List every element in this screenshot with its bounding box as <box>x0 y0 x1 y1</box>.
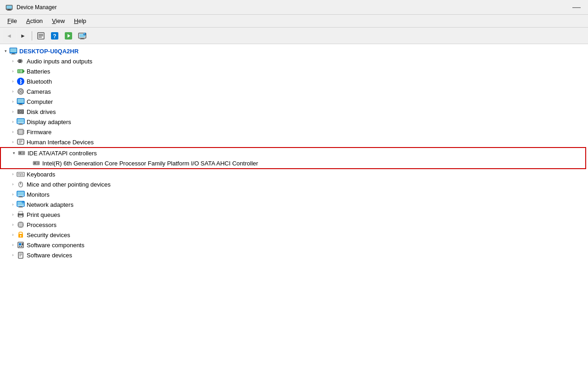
mice-label: Mice and other pointing devices <box>27 181 111 188</box>
menu-action[interactable]: Action <box>23 16 46 26</box>
toolbar-separator-1 <box>32 31 32 40</box>
softcomp-label: Software components <box>27 242 85 249</box>
device-tree: ▾ DESKTOP-U0QA2HR › <box>0 44 588 262</box>
svg-rect-79 <box>19 196 22 197</box>
svg-text:ᛒ: ᛒ <box>19 79 23 85</box>
tree-item-ide-child[interactable]: › Intel(R) 6th Generation Core Processor… <box>1 158 585 168</box>
menu-bar: File Action View Help <box>0 15 588 28</box>
tree-item-softcomp[interactable]: › Software components <box>0 240 588 250</box>
svg-rect-70 <box>22 173 23 174</box>
hid-label: Human Interface Devices <box>27 139 94 146</box>
print-toggle[interactable]: › <box>9 211 17 218</box>
scan-button[interactable]: 🔍 <box>76 29 89 42</box>
audio-icon <box>17 57 25 65</box>
network-toggle[interactable]: › <box>9 201 17 208</box>
processors-label: Processors <box>27 222 57 228</box>
keyboards-label: Keyboards <box>27 171 55 178</box>
tree-item-network[interactable]: › N Network adapters <box>0 199 588 210</box>
mice-toggle[interactable]: › <box>9 181 17 188</box>
tree-root[interactable]: ▾ DESKTOP-U0QA2HR <box>0 46 588 56</box>
back-button[interactable]: ◄ <box>3 29 16 42</box>
bluetooth-toggle[interactable]: › <box>9 78 17 85</box>
svg-rect-28 <box>20 70 22 73</box>
tree-item-print[interactable]: › Print queues <box>0 210 588 220</box>
main-content: ▾ DESKTOP-U0QA2HR › <box>0 44 588 392</box>
svg-point-61 <box>23 153 24 154</box>
update-driver-button[interactable] <box>62 29 75 42</box>
app-icon <box>6 4 13 11</box>
cameras-icon <box>17 87 25 96</box>
forward-button[interactable]: ► <box>17 29 29 42</box>
help-button[interactable]: ? <box>48 29 61 42</box>
audio-toggle[interactable]: › <box>9 57 17 65</box>
menu-view[interactable]: View <box>48 16 68 26</box>
svg-rect-93 <box>19 223 23 227</box>
hid-toggle[interactable]: › <box>9 138 17 146</box>
tree-item-processors[interactable]: › Proces <box>0 220 588 230</box>
ide-toggle[interactable]: ▾ <box>10 149 17 157</box>
svg-rect-91 <box>19 216 21 217</box>
svg-point-65 <box>38 163 39 164</box>
batteries-toggle[interactable]: › <box>9 68 17 75</box>
svg-rect-26 <box>23 70 24 72</box>
tree-item-cameras[interactable]: › Cameras <box>0 86 588 97</box>
svg-rect-35 <box>17 99 24 103</box>
svg-rect-45 <box>18 125 23 125</box>
monitors-toggle[interactable]: › <box>9 191 17 198</box>
keyboards-toggle[interactable]: › <box>9 170 17 178</box>
tree-item-computer[interactable]: › Computer <box>0 97 588 107</box>
tree-item-display[interactable]: › Display adapters <box>0 117 588 127</box>
security-label: Security devices <box>27 232 70 239</box>
bluetooth-icon: ᛒ <box>17 77 25 85</box>
tree-item-firmware[interactable]: › Firmware <box>0 127 588 137</box>
minimize-button[interactable]: — <box>571 2 582 11</box>
svg-rect-114 <box>22 243 23 245</box>
monitors-icon <box>17 190 25 199</box>
menu-file[interactable]: File <box>4 16 21 26</box>
tree-item-keyboards[interactable]: › Keyboards <box>0 169 588 179</box>
properties-button[interactable] <box>34 29 47 42</box>
processors-toggle[interactable]: › <box>9 221 17 228</box>
softcomp-toggle[interactable]: › <box>9 241 17 249</box>
svg-text:?: ? <box>53 33 56 40</box>
svg-point-108 <box>20 235 22 237</box>
print-label: Print queues <box>27 211 60 218</box>
firmware-label: Firmware <box>27 129 51 136</box>
svg-rect-66 <box>17 172 24 176</box>
root-toggle[interactable]: ▾ <box>2 47 9 55</box>
toolbar: ◄ ► ? 🔍 <box>0 28 588 44</box>
computer-toggle[interactable]: › <box>9 98 17 105</box>
computer-label: Computer <box>27 98 53 105</box>
svg-rect-27 <box>18 70 20 73</box>
display-toggle[interactable]: › <box>9 118 17 125</box>
tree-item-batteries[interactable]: › Batteries <box>0 66 588 76</box>
tree-item-disk[interactable]: › Disk drives <box>0 107 588 117</box>
svg-rect-21 <box>11 54 16 55</box>
svg-rect-83 <box>19 206 22 207</box>
cameras-toggle[interactable]: › <box>9 88 17 95</box>
tree-item-bluetooth[interactable]: › ᛒ Bluetooth <box>0 76 588 86</box>
svg-rect-88 <box>19 211 23 214</box>
svg-rect-60 <box>19 152 21 154</box>
menu-help[interactable]: Help <box>70 16 90 26</box>
keyboards-icon <box>17 170 25 178</box>
tree-item-softdev[interactable]: › Software devices <box>0 250 588 260</box>
svg-rect-113 <box>21 246 23 247</box>
softdev-label: Software devices <box>27 252 72 259</box>
scan-icon: 🔍 <box>78 32 86 40</box>
audio-label: Audio inputs and outputs <box>27 58 92 65</box>
security-toggle[interactable]: › <box>9 231 17 239</box>
tree-item-hid[interactable]: › Human Interface Devices <box>0 137 588 147</box>
security-icon <box>17 231 25 239</box>
tree-item-audio[interactable]: › Audio inputs and outputs <box>0 56 588 66</box>
tree-item-ide[interactable]: ▾ IDE ATA/ATAPI controllers <box>1 148 585 158</box>
tree-item-mice[interactable]: › Mice and other pointing devices <box>0 179 588 189</box>
print-icon <box>17 210 25 219</box>
disk-toggle[interactable]: › <box>9 108 17 115</box>
softdev-toggle[interactable]: › <box>9 251 17 259</box>
properties-icon <box>37 32 45 40</box>
firmware-toggle[interactable]: › <box>9 128 17 136</box>
tree-item-security[interactable]: › Security devices <box>0 230 588 240</box>
ide-icon <box>17 149 26 157</box>
tree-item-monitors[interactable]: › Monitors <box>0 189 588 199</box>
